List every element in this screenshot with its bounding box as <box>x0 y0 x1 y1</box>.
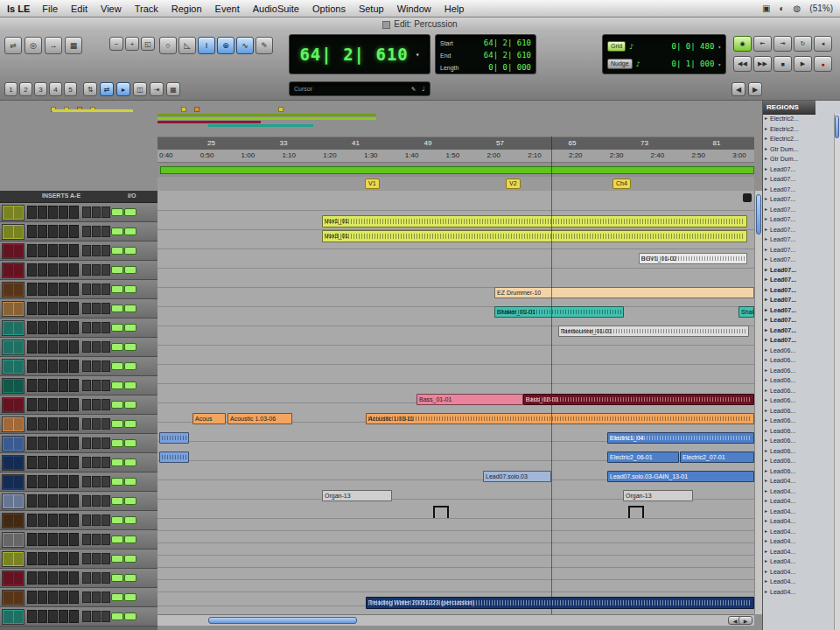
regions-panel-title[interactable]: REGIONS <box>763 101 816 115</box>
online-button[interactable]: ◉ <box>733 36 752 52</box>
main-counter-display[interactable]: 64| 2| 610 ▾ <box>289 34 430 74</box>
pan-indicator[interactable] <box>124 420 136 428</box>
track-color-swatch[interactable] <box>2 494 24 509</box>
pan-indicator[interactable] <box>124 516 136 524</box>
insert-slot[interactable] <box>38 591 47 604</box>
track-color-swatch[interactable] <box>2 205 24 220</box>
region-list-item[interactable]: ▸Lead06... <box>763 446 834 457</box>
airport-icon[interactable]: ◍ <box>794 4 802 13</box>
insert-slot[interactable] <box>59 263 68 276</box>
region-list-item[interactable]: ▸Lead04... <box>763 527 834 537</box>
region-list-item[interactable]: ▸Lead04... <box>763 516 834 527</box>
volume-indicator[interactable] <box>111 247 123 255</box>
insert-slot[interactable] <box>38 571 47 584</box>
insert-slot[interactable] <box>59 514 68 527</box>
volume-indicator[interactable] <box>111 555 123 563</box>
region-list-item[interactable]: ▸Lead07... <box>763 315 834 326</box>
insert-slot[interactable] <box>38 244 47 257</box>
region-list-item[interactable]: ▸Electric2... <box>763 124 834 135</box>
io-button[interactable] <box>82 206 91 218</box>
link-timeline-selection-button[interactable]: ⇅ <box>83 82 97 96</box>
volume-indicator[interactable] <box>111 343 123 351</box>
disclosure-triangle-icon[interactable]: ▸ <box>765 567 767 577</box>
pan-indicator[interactable] <box>124 401 136 409</box>
track-color-swatch[interactable] <box>2 301 24 317</box>
io-button[interactable] <box>92 284 101 295</box>
io-button[interactable] <box>92 399 101 410</box>
io-button[interactable] <box>102 418 110 430</box>
minutes-seconds-ruler[interactable]: 0:400:501:001:101:201:301:401:502:002:10… <box>158 150 754 163</box>
disclosure-triangle-icon[interactable]: ▸ <box>765 164 767 174</box>
insert-slot[interactable] <box>69 494 79 508</box>
grabber-tool-button[interactable]: ⊕ <box>217 37 234 54</box>
menu-setup[interactable]: Setup <box>359 4 384 14</box>
pan-indicator[interactable] <box>124 228 136 235</box>
volume-indicator[interactable] <box>111 574 123 582</box>
io-button[interactable] <box>82 284 91 295</box>
disclosure-triangle-icon[interactable]: ▸ <box>765 255 767 264</box>
zoom-preset-5[interactable]: 5 <box>64 82 77 96</box>
insert-slot[interactable] <box>27 321 37 334</box>
io-button[interactable] <box>82 360 91 372</box>
volume-indicator[interactable] <box>111 458 123 466</box>
disclosure-triangle-icon[interactable]: ▸ <box>765 446 767 456</box>
insert-slot[interactable] <box>27 360 37 373</box>
region-list-item[interactable]: ▸Lead07... <box>763 164 834 175</box>
region-list-item[interactable]: ▸Lead04... <box>763 476 834 486</box>
insert-slot[interactable] <box>69 379 79 392</box>
audio-region[interactable]: Acous <box>192 413 226 424</box>
track-color-swatch[interactable] <box>2 455 24 471</box>
insert-slot[interactable] <box>48 263 58 276</box>
region-list-item[interactable]: ▸Lead06... <box>763 346 834 356</box>
insert-slot[interactable] <box>27 475 37 488</box>
volume-indicator[interactable] <box>111 401 123 409</box>
disclosure-triangle-icon[interactable]: ▸ <box>765 355 767 365</box>
io-button[interactable] <box>92 245 101 256</box>
vertical-scrollbar[interactable] <box>754 191 762 614</box>
shuffle-mode-button[interactable]: ⇌ <box>4 37 22 54</box>
track-color-swatch[interactable] <box>2 590 24 606</box>
zoom-in-button[interactable]: + <box>125 37 139 51</box>
insert-slot[interactable] <box>38 283 47 296</box>
volume-icon[interactable]: ◐ <box>780 4 785 13</box>
io-button[interactable] <box>92 341 101 353</box>
audio-region[interactable]: BGV1_01-02 <box>639 253 747 264</box>
pan-indicator[interactable] <box>124 285 136 293</box>
zoom-preset-2[interactable]: 2 <box>19 82 32 96</box>
audio-region[interactable]: Treading Water 20051223 (percussion) <box>366 597 754 609</box>
main-counter-value[interactable]: 64| 2| 610 <box>299 45 408 64</box>
io-button[interactable] <box>92 206 101 218</box>
region-list-item[interactable]: ▸Lead06... <box>763 426 834 437</box>
io-button[interactable] <box>102 457 110 468</box>
io-button[interactable] <box>102 572 110 584</box>
track-color-swatch[interactable] <box>2 359 24 374</box>
markers-ruler[interactable]: V1V2Ch4 <box>158 177 754 192</box>
insert-slot[interactable] <box>59 591 68 604</box>
insert-slot[interactable] <box>38 417 47 430</box>
trimmer-tool-button[interactable]: ◺ <box>178 37 196 54</box>
insert-slot[interactable] <box>69 475 79 488</box>
selection-start-value[interactable]: 64| 2| 610 <box>484 38 531 47</box>
disclosure-triangle-icon[interactable]: ▸ <box>765 214 767 224</box>
io-button[interactable] <box>102 438 110 449</box>
audio-region[interactable]: Vox3_01 <box>322 230 747 242</box>
insert-slot[interactable] <box>27 610 37 623</box>
track-color-swatch[interactable] <box>2 378 24 394</box>
volume-indicator[interactable] <box>111 324 123 332</box>
io-button[interactable] <box>92 418 101 430</box>
io-button[interactable] <box>82 380 91 391</box>
disclosure-triangle-icon[interactable]: ▸ <box>765 275 767 284</box>
region-list-item[interactable]: ▸Lead07... <box>763 285 834 296</box>
insert-slot[interactable] <box>38 494 47 508</box>
region-list-item[interactable]: ▸Electric2... <box>763 114 834 124</box>
grid-display-button[interactable]: ▦ <box>166 82 180 96</box>
io-button[interactable] <box>102 592 110 603</box>
midi-note-group[interactable] <box>626 504 646 520</box>
insert-slot[interactable] <box>38 533 47 546</box>
volume-indicator[interactable] <box>111 208 123 216</box>
insert-slot[interactable] <box>48 494 58 508</box>
disclosure-triangle-icon[interactable]: ▸ <box>765 185 767 194</box>
horizontal-scrollbar[interactable]: ◀ ▶ <box>158 614 754 626</box>
io-button[interactable] <box>102 399 110 410</box>
insert-slot[interactable] <box>59 225 68 238</box>
